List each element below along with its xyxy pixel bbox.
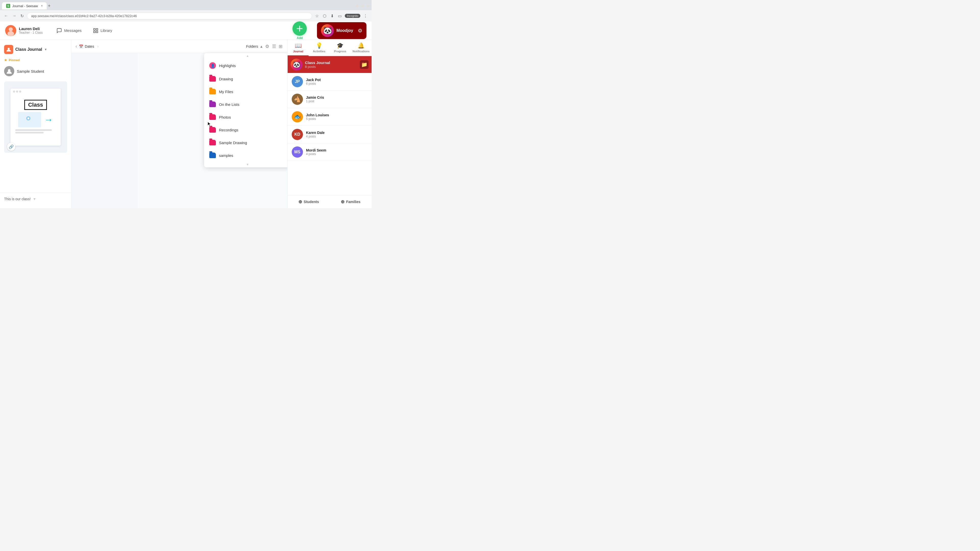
class-icon xyxy=(4,45,13,54)
jackpot-avatar: JP xyxy=(292,76,303,87)
close-button[interactable] xyxy=(366,4,369,8)
tab-favicon: S xyxy=(6,4,10,8)
messages-nav-item[interactable]: Messages xyxy=(54,26,84,35)
class-dropdown-arrow: ▼ xyxy=(44,48,47,51)
filter-bar: ‹ 📅 Dates › Folders ▲ ⚙ ☰ ⊞ xyxy=(72,40,287,53)
folder-item-samples[interactable]: samples xyxy=(204,149,287,162)
pinned-label: ★ Pinned xyxy=(4,58,67,62)
student-entry-mordiseem[interactable]: MS Mordi Seem 4 posts xyxy=(288,143,372,161)
jackpot-posts: 6 posts xyxy=(306,82,321,86)
messages-label: Messages xyxy=(64,28,81,33)
library-nav-item[interactable]: Library xyxy=(90,26,115,35)
folders-button[interactable]: Folders ▲ xyxy=(246,44,263,48)
settings-icon[interactable]: ⚙ xyxy=(358,27,363,34)
jamiecris-posts: 1 post xyxy=(306,100,324,103)
grid-view-icon[interactable]: ⊞ xyxy=(278,43,283,50)
folder-item-onthelists[interactable]: On the Lists xyxy=(204,98,287,111)
user-name: Lauren Deli xyxy=(19,27,43,31)
user-avatar xyxy=(5,25,16,36)
onthelists-folder-icon xyxy=(209,102,216,107)
post-image xyxy=(18,112,41,127)
scroll-up-indicator: ▲ xyxy=(204,53,287,59)
maximize-button[interactable] xyxy=(361,4,364,8)
dates-filter[interactable]: 📅 Dates xyxy=(79,44,94,48)
moodjoy-widget[interactable]: 🐼 Moodjoy ⚙ xyxy=(317,22,366,39)
cast-icon[interactable]: ▭ xyxy=(337,13,343,19)
student-entry-johnlouises[interactable]: 🐟 John Louises 5 posts xyxy=(288,108,372,126)
class-caption: This is our class! ▼ xyxy=(0,192,71,205)
tab-progress[interactable]: 🎓 Progress xyxy=(330,40,351,56)
progress-tab-icon: 🎓 xyxy=(337,42,344,49)
sidebar: Class Journal ▼ ★ Pinned Sample Student xyxy=(0,40,72,208)
families-footer-button[interactable]: ⊕ Families xyxy=(330,195,372,208)
refresh-button[interactable]: ↻ xyxy=(19,13,25,19)
drawing-label: Drawing xyxy=(219,77,233,81)
folder-item-highlights[interactable]: 👤 Highlights xyxy=(204,59,287,73)
tab-title: Journal - Seesaw xyxy=(12,4,38,8)
calendar-icon: 📅 xyxy=(79,44,83,48)
students-footer-button[interactable]: ⊕ Students xyxy=(288,195,330,208)
browser-tab[interactable]: S Journal - Seesaw × xyxy=(2,2,47,10)
journal-folder-button[interactable]: 📁 xyxy=(360,60,369,69)
tab-journal[interactable]: 📖 Journal xyxy=(288,40,309,56)
forward-button[interactable]: → xyxy=(11,13,18,19)
sampledrawing-label: Sample Drawing xyxy=(219,141,247,145)
close-tab-button[interactable]: × xyxy=(41,4,43,8)
minimize-button[interactable] xyxy=(355,4,359,8)
folder-item-myfiles[interactable]: My Files xyxy=(204,85,287,98)
student-entry-jackpot[interactable]: JP Jack Pot 6 posts xyxy=(288,73,372,91)
filter-prev-button[interactable]: ‹ xyxy=(76,44,77,49)
students-footer-label: Students xyxy=(304,200,319,204)
journal-posts-count: 8 posts xyxy=(305,65,330,68)
families-plus-icon: ⊕ xyxy=(341,199,345,205)
student-entry-karendale[interactable]: KD Karen Dale 4 posts xyxy=(288,126,372,143)
journal-tab-label: Journal xyxy=(293,50,303,53)
jackpot-name: Jack Pot xyxy=(306,78,321,82)
menu-icon[interactable]: ⋮ xyxy=(363,13,369,19)
new-tab-button[interactable]: + xyxy=(48,3,51,9)
svg-point-1 xyxy=(9,27,13,32)
download-icon[interactable]: ⬇ xyxy=(329,13,335,19)
svg-rect-5 xyxy=(94,31,95,32)
folders-chevron-icon: ▲ xyxy=(259,44,263,48)
recordings-folder-icon xyxy=(209,127,216,133)
folder-item-photos[interactable]: Photos xyxy=(204,111,287,124)
highlights-icon: 👤 xyxy=(209,62,216,69)
svg-point-12 xyxy=(27,118,29,119)
karendale-name: Karen Dale xyxy=(306,130,325,135)
tab-activities[interactable]: 💡 Activities xyxy=(309,40,329,56)
notifications-tab-label: Notifications xyxy=(353,50,370,53)
preview-dots xyxy=(13,91,21,93)
link-icon[interactable]: 🔗 xyxy=(7,143,15,151)
activities-tab-label: Activities xyxy=(313,50,325,53)
myfiles-label: My Files xyxy=(219,89,233,94)
jamiecris-avatar: 🐴 xyxy=(292,94,303,105)
sample-student-item[interactable]: Sample Student xyxy=(0,64,71,78)
add-button[interactable] xyxy=(293,21,307,36)
notifications-tab-icon: 🔔 xyxy=(358,42,364,49)
johnlouises-posts: 5 posts xyxy=(306,117,329,121)
window-controls xyxy=(355,4,369,8)
filter-settings-icon[interactable]: ⚙ xyxy=(265,44,269,49)
drawing-folder-icon xyxy=(209,76,216,82)
folder-item-drawing[interactable]: Drawing xyxy=(204,73,287,85)
sample-student-name: Sample Student xyxy=(17,69,44,73)
folder-item-recordings[interactable]: Recordings xyxy=(204,124,287,136)
class-selector[interactable]: Class Journal ▼ xyxy=(0,43,71,56)
families-footer-label: Families xyxy=(346,200,360,204)
back-button[interactable]: ← xyxy=(3,13,9,19)
sample-student-avatar xyxy=(4,66,14,76)
url-bar[interactable]: app.seesaw.me/#/class/class.e01bf4c2-9a2… xyxy=(27,13,312,19)
recordings-label: Recordings xyxy=(219,128,239,132)
content-area: ‹ 📅 Dates › Folders ▲ ⚙ ☰ ⊞ xyxy=(72,40,287,208)
tab-notifications[interactable]: 🔔 Notifications xyxy=(351,40,372,56)
class-name: Class Journal xyxy=(15,47,42,52)
add-label: Add xyxy=(297,36,303,40)
bookmark-icon[interactable]: ☆ xyxy=(314,13,320,19)
students-list: JP Jack Pot 6 posts 🐴 Jamie Cris 1 post xyxy=(288,73,372,195)
student-entry-jamiecris[interactable]: 🐴 Jamie Cris 1 post xyxy=(288,91,372,108)
extensions-icon[interactable]: ⬡ xyxy=(322,13,328,19)
list-view-icon[interactable]: ☰ xyxy=(271,43,277,50)
students-plus-icon: ⊕ xyxy=(298,199,302,205)
folder-item-sampledrawing[interactable]: Sample Drawing xyxy=(204,136,287,149)
